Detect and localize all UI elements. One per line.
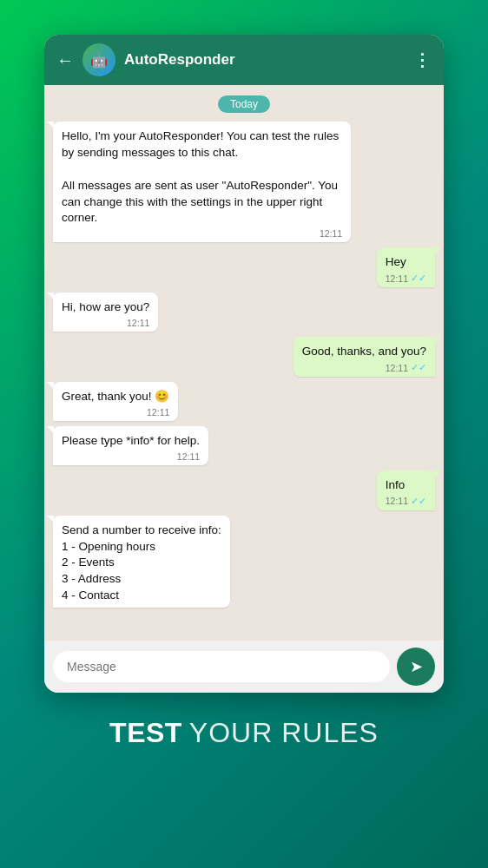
message-time: 12:11 [386, 363, 408, 373]
message-bubble: Hi, how are you? 12:11 [53, 293, 158, 332]
message-meta: 12:11 ✓✓ [302, 362, 426, 373]
bottom-regular: YOUR RULES [189, 717, 379, 749]
message-meta: 12:11 [62, 451, 200, 462]
message-text: Hello, I'm your AutoResponder! You can t… [62, 128, 342, 227]
message-input[interactable] [53, 651, 390, 682]
message-text: Info [386, 477, 426, 494]
chat-header: ← 🤖 AutoResponder ⋮ [44, 35, 444, 85]
message-time: 12:11 [386, 273, 408, 284]
message-text: Send a number to receive info:1 - Openin… [62, 523, 221, 604]
message-text: Great, thank you! 😊 [62, 389, 169, 405]
chat-body: Today Hello, I'm your AutoResponder! You… [44, 85, 444, 641]
message-time: 12:11 [147, 407, 169, 418]
message-bubble: Hey 12:11 ✓✓ [377, 247, 435, 287]
message-time: 12:11 [177, 451, 200, 462]
message-bubble: Great, thank you! 😊 12:11 [53, 382, 178, 421]
back-button[interactable]: ← [56, 50, 74, 70]
message-bubble: Please type *info* for help. 12:11 [53, 426, 208, 465]
send-icon: ➤ [410, 657, 423, 676]
bottom-text: TEST YOUR RULES [109, 717, 379, 749]
message-bubble: Hello, I'm your AutoResponder! You can t… [53, 122, 351, 242]
avatar: 🤖 [82, 43, 115, 76]
read-tick: ✓✓ [411, 496, 426, 507]
bottom-bold: TEST [109, 717, 182, 749]
read-tick: ✓✓ [411, 362, 426, 373]
read-tick: ✓✓ [411, 273, 426, 284]
message-bubble: Info 12:11 ✓✓ [377, 470, 435, 510]
message-text: Hi, how are you? [62, 299, 149, 316]
phone-container: ← 🤖 AutoResponder ⋮ Today Hello, I'm you… [44, 35, 444, 693]
message-text: Please type *info* for help. [62, 433, 200, 450]
message-time: 12:11 [320, 228, 342, 239]
message-bubble: Send a number to receive info:1 - Openin… [53, 516, 230, 608]
menu-button[interactable]: ⋮ [413, 49, 432, 70]
chat-input-area: ➤ [44, 641, 444, 693]
message-meta: 12:11 [62, 318, 149, 328]
date-badge: Today [218, 95, 270, 113]
header-title: AutoResponder [124, 51, 405, 69]
message-time: 12:11 [127, 318, 149, 328]
message-text: Good, thanks, and you? [302, 344, 426, 360]
send-button[interactable]: ➤ [397, 648, 435, 686]
message-meta: 12:11 ✓✓ [386, 496, 426, 507]
message-meta: 12:11 [62, 228, 342, 239]
message-meta: 12:11 ✓✓ [386, 273, 426, 284]
message-time: 12:11 [386, 496, 408, 506]
message-text: Hey [386, 254, 426, 271]
message-bubble: Good, thanks, and you? 12:11 ✓✓ [293, 337, 435, 377]
message-meta: 12:11 [62, 407, 169, 418]
